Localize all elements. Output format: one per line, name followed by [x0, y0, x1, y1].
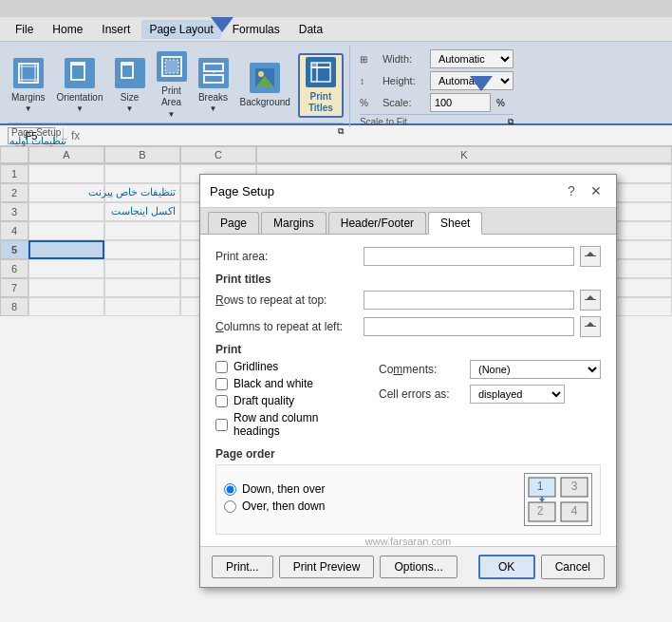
print-titles-section: Print titles Rows to repeat at top: Colu…	[215, 273, 601, 337]
options-button[interactable]: Options...	[380, 556, 457, 578]
svg-text:2: 2	[537, 504, 544, 518]
dialog-title: Page Setup	[210, 184, 274, 198]
cell-errors-row: Cell errors as: displayed <blank> -- #N/…	[379, 385, 601, 404]
dialog-close-button[interactable]: ✕	[586, 180, 607, 201]
svg-text:4: 4	[571, 504, 578, 518]
over-then-down-label: Over, then down	[242, 499, 325, 513]
rowcolheadings-row: Row and column headings	[215, 411, 345, 438]
blackwhite-row: Black and white	[215, 377, 345, 390]
print-area-input[interactable]	[364, 247, 574, 266]
rowcolheadings-label: Row and column headings	[233, 411, 345, 438]
svg-text:1: 1	[537, 480, 544, 493]
cell-errors-label: Cell errors as:	[379, 387, 464, 401]
svg-text:3: 3	[571, 480, 578, 493]
comments-label: Comments:	[379, 363, 464, 376]
cols-repeat-collapse-button[interactable]	[580, 316, 601, 337]
down-then-over-radio[interactable]	[224, 483, 236, 496]
page-order-label: Page order	[215, 447, 601, 461]
svg-rect-25	[585, 326, 596, 327]
cols-repeat-input[interactable]	[364, 317, 574, 336]
svg-rect-23	[585, 299, 596, 300]
blackwhite-label: Black and white	[233, 377, 313, 390]
print-checkboxes: Gridlines Black and white Draft quality …	[215, 360, 345, 438]
print-section-label: Print	[215, 343, 601, 356]
rows-repeat-input[interactable]	[364, 291, 574, 310]
down-then-over-row: Down, then over	[224, 482, 524, 496]
draftquality-checkbox[interactable]	[215, 395, 228, 407]
print-button[interactable]: Print...	[212, 556, 273, 578]
print-titles-label: Print titles	[215, 273, 601, 286]
cell-errors-select[interactable]: displayed <blank> -- #N/A	[470, 385, 565, 404]
svg-marker-26	[587, 322, 594, 326]
down-then-over-label: Down, then over	[242, 482, 325, 496]
cancel-button[interactable]: Cancel	[541, 555, 605, 579]
svg-rect-21	[585, 255, 596, 256]
print-right: Comments: (None) At end of sheet As disp…	[379, 360, 601, 438]
tab-page[interactable]: Page	[208, 212, 259, 234]
dialog-footer: Print... Print Preview Options... OK Can…	[200, 546, 616, 587]
tab-sheet[interactable]: Sheet	[428, 212, 482, 235]
blackwhite-checkbox[interactable]	[215, 378, 228, 390]
print-area-row: Print area:	[215, 246, 601, 267]
gridlines-row: Gridlines	[215, 360, 345, 373]
svg-marker-22	[587, 252, 594, 255]
tab-header-footer[interactable]: Header/Footer	[328, 212, 426, 234]
tab-margins[interactable]: Margins	[261, 212, 327, 234]
ok-button[interactable]: OK	[478, 555, 535, 579]
over-then-down-row: Over, then down	[224, 499, 524, 513]
watermark: www.farsaran.com	[365, 536, 451, 547]
cols-repeat-row: Columns to repeat at left:	[215, 316, 601, 337]
print-columns: Gridlines Black and white Draft quality …	[215, 360, 601, 438]
rows-repeat-collapse-button[interactable]	[580, 290, 601, 311]
print-area-collapse-button[interactable]	[580, 246, 601, 267]
gridlines-label: Gridlines	[233, 360, 278, 373]
dialog-body: Print area: Print titles Rows to repeat …	[200, 235, 616, 546]
page-order-icon: 1 3 2 4	[524, 473, 592, 526]
gridlines-checkbox[interactable]	[215, 361, 228, 373]
comments-row: Comments: (None) At end of sheet As disp…	[379, 360, 601, 379]
dialog-footer-left: Print... Print Preview Options...	[212, 556, 457, 578]
draftquality-row: Draft quality	[215, 394, 345, 407]
dialog-controls: ? ✕	[561, 180, 607, 201]
dialog-help-button[interactable]: ?	[561, 180, 582, 201]
over-then-down-radio[interactable]	[224, 500, 236, 513]
page-order-section: Page order Down, then over Over, then do…	[215, 447, 601, 535]
dialog-footer-right: OK Cancel	[478, 555, 605, 579]
print-preview-button[interactable]: Print Preview	[279, 556, 375, 578]
cols-repeat-label: Columns to repeat at left:	[215, 320, 358, 333]
dialog-title-bar: Page Setup ? ✕	[200, 175, 616, 208]
page-order-radios: Down, then over Over, then down	[224, 482, 524, 517]
rowcolheadings-checkbox[interactable]	[215, 419, 228, 431]
comments-select[interactable]: (None) At end of sheet As displayed on s…	[470, 360, 601, 379]
print-area-label: Print area:	[215, 250, 358, 263]
draftquality-label: Draft quality	[233, 394, 294, 407]
svg-marker-24	[587, 295, 594, 299]
rows-repeat-label: Rows to repeat at top:	[215, 293, 358, 307]
svg-marker-36	[539, 499, 545, 502]
page-setup-dialog: Page Setup ? ✕ Page Margins Header/Foote…	[199, 174, 617, 588]
dialog-tabs: Page Margins Header/Footer Sheet	[200, 208, 616, 235]
rows-repeat-row: Rows to repeat at top:	[215, 290, 601, 311]
